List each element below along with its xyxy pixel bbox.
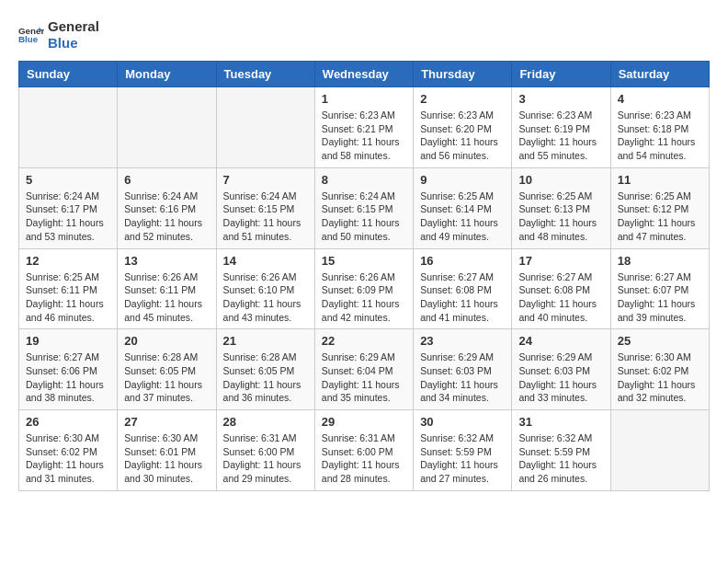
calendar-cell: 17Sunrise: 6:27 AM Sunset: 6:08 PM Dayli… (512, 248, 610, 329)
calendar-cell: 27Sunrise: 6:30 AM Sunset: 6:01 PM Dayli… (118, 410, 216, 491)
calendar-cell: 8Sunrise: 6:24 AM Sunset: 6:15 PM Daylig… (314, 167, 413, 248)
day-number: 1 (322, 92, 406, 106)
day-info: Sunrise: 6:32 AM Sunset: 5:59 PM Dayligh… (518, 431, 603, 486)
day-info: Sunrise: 6:24 AM Sunset: 6:17 PM Dayligh… (26, 190, 110, 244)
calendar-cell: 10Sunrise: 6:25 AM Sunset: 6:13 PM Dayli… (512, 167, 610, 248)
calendar-cell: 2Sunrise: 6:23 AM Sunset: 6:20 PM Daylig… (414, 87, 512, 168)
day-info: Sunrise: 6:31 AM Sunset: 6:00 PM Dayligh… (223, 431, 308, 486)
calendar-cell (118, 87, 216, 168)
day-number: 27 (124, 415, 209, 429)
day-number: 10 (518, 173, 603, 187)
calendar-cell: 23Sunrise: 6:29 AM Sunset: 6:03 PM Dayli… (414, 329, 512, 410)
day-info: Sunrise: 6:25 AM Sunset: 6:12 PM Dayligh… (618, 190, 702, 244)
calendar-cell: 9Sunrise: 6:25 AM Sunset: 6:14 PM Daylig… (414, 167, 512, 248)
day-info: Sunrise: 6:31 AM Sunset: 6:00 PM Dayligh… (322, 431, 406, 486)
day-info: Sunrise: 6:30 AM Sunset: 6:02 PM Dayligh… (618, 350, 702, 405)
day-number: 3 (518, 92, 603, 106)
day-info: Sunrise: 6:24 AM Sunset: 6:15 PM Dayligh… (322, 190, 406, 244)
day-number: 8 (322, 173, 406, 187)
calendar-cell: 14Sunrise: 6:26 AM Sunset: 6:10 PM Dayli… (216, 248, 314, 329)
calendar-week-3: 12Sunrise: 6:25 AM Sunset: 6:11 PM Dayli… (19, 248, 710, 329)
day-info: Sunrise: 6:30 AM Sunset: 6:01 PM Dayligh… (124, 431, 209, 486)
calendar-cell: 20Sunrise: 6:28 AM Sunset: 6:05 PM Dayli… (118, 329, 216, 410)
calendar-cell: 5Sunrise: 6:24 AM Sunset: 6:17 PM Daylig… (19, 167, 118, 248)
day-number: 30 (420, 415, 505, 429)
day-info: Sunrise: 6:23 AM Sunset: 6:19 PM Dayligh… (518, 109, 603, 163)
day-number: 25 (618, 334, 702, 348)
day-info: Sunrise: 6:30 AM Sunset: 6:02 PM Dayligh… (26, 431, 110, 486)
day-number: 12 (26, 254, 110, 268)
day-number: 18 (618, 254, 702, 268)
calendar-cell: 6Sunrise: 6:24 AM Sunset: 6:16 PM Daylig… (118, 167, 216, 248)
day-number: 23 (420, 334, 505, 348)
calendar-cell: 12Sunrise: 6:25 AM Sunset: 6:11 PM Dayli… (19, 248, 118, 329)
day-info: Sunrise: 6:24 AM Sunset: 6:16 PM Dayligh… (124, 190, 209, 244)
day-info: Sunrise: 6:32 AM Sunset: 5:59 PM Dayligh… (420, 431, 505, 486)
day-number: 28 (223, 415, 308, 429)
calendar-week-1: 1Sunrise: 6:23 AM Sunset: 6:21 PM Daylig… (19, 87, 710, 168)
logo-blue: Blue (48, 35, 99, 52)
header-saturday: Saturday (610, 62, 709, 87)
day-number: 21 (223, 334, 308, 348)
calendar-cell: 31Sunrise: 6:32 AM Sunset: 5:59 PM Dayli… (512, 410, 610, 491)
header-tuesday: Tuesday (216, 62, 314, 87)
calendar-week-5: 26Sunrise: 6:30 AM Sunset: 6:02 PM Dayli… (19, 410, 710, 491)
calendar-cell: 19Sunrise: 6:27 AM Sunset: 6:06 PM Dayli… (19, 329, 118, 410)
day-info: Sunrise: 6:25 AM Sunset: 6:13 PM Dayligh… (518, 190, 603, 244)
calendar-cell: 28Sunrise: 6:31 AM Sunset: 6:00 PM Dayli… (216, 410, 314, 491)
calendar-cell: 11Sunrise: 6:25 AM Sunset: 6:12 PM Dayli… (610, 167, 709, 248)
logo: General Blue General Blue (18, 18, 99, 52)
calendar-cell: 18Sunrise: 6:27 AM Sunset: 6:07 PM Dayli… (610, 248, 709, 329)
day-number: 4 (618, 92, 702, 106)
calendar-cell: 3Sunrise: 6:23 AM Sunset: 6:19 PM Daylig… (512, 87, 610, 168)
calendar-cell: 29Sunrise: 6:31 AM Sunset: 6:00 PM Dayli… (314, 410, 413, 491)
day-number: 22 (322, 334, 406, 348)
calendar-cell: 30Sunrise: 6:32 AM Sunset: 5:59 PM Dayli… (414, 410, 512, 491)
logo-general: General (48, 18, 99, 35)
header-monday: Monday (118, 62, 216, 87)
day-number: 7 (223, 173, 308, 187)
day-info: Sunrise: 6:26 AM Sunset: 6:09 PM Dayligh… (322, 270, 406, 325)
day-info: Sunrise: 6:29 AM Sunset: 6:04 PM Dayligh… (322, 350, 406, 405)
logo-icon: General Blue (18, 22, 44, 48)
calendar-header-row: SundayMondayTuesdayWednesdayThursdayFrid… (19, 62, 710, 87)
day-info: Sunrise: 6:23 AM Sunset: 6:18 PM Dayligh… (618, 109, 702, 163)
calendar-cell: 1Sunrise: 6:23 AM Sunset: 6:21 PM Daylig… (314, 87, 413, 168)
day-number: 29 (322, 415, 406, 429)
day-info: Sunrise: 6:28 AM Sunset: 6:05 PM Dayligh… (124, 350, 209, 405)
day-number: 13 (124, 254, 209, 268)
header-wednesday: Wednesday (314, 62, 413, 87)
header-friday: Friday (512, 62, 610, 87)
day-info: Sunrise: 6:29 AM Sunset: 6:03 PM Dayligh… (518, 350, 603, 405)
day-number: 14 (223, 254, 308, 268)
calendar-cell: 22Sunrise: 6:29 AM Sunset: 6:04 PM Dayli… (314, 329, 413, 410)
header-sunday: Sunday (19, 62, 118, 87)
calendar-cell (19, 87, 118, 168)
calendar-cell: 7Sunrise: 6:24 AM Sunset: 6:15 PM Daylig… (216, 167, 314, 248)
calendar-cell: 25Sunrise: 6:30 AM Sunset: 6:02 PM Dayli… (610, 329, 709, 410)
day-info: Sunrise: 6:25 AM Sunset: 6:11 PM Dayligh… (26, 270, 110, 325)
day-info: Sunrise: 6:23 AM Sunset: 6:21 PM Dayligh… (322, 109, 406, 163)
day-info: Sunrise: 6:29 AM Sunset: 6:03 PM Dayligh… (420, 350, 505, 405)
day-info: Sunrise: 6:25 AM Sunset: 6:14 PM Dayligh… (420, 190, 505, 244)
day-number: 6 (124, 173, 209, 187)
calendar-cell (216, 87, 314, 168)
day-number: 24 (518, 334, 603, 348)
calendar-week-4: 19Sunrise: 6:27 AM Sunset: 6:06 PM Dayli… (19, 329, 710, 410)
calendar-cell: 13Sunrise: 6:26 AM Sunset: 6:11 PM Dayli… (118, 248, 216, 329)
day-info: Sunrise: 6:27 AM Sunset: 6:07 PM Dayligh… (618, 270, 702, 325)
day-number: 19 (26, 334, 110, 348)
svg-text:Blue: Blue (18, 34, 39, 44)
day-info: Sunrise: 6:27 AM Sunset: 6:08 PM Dayligh… (518, 270, 603, 325)
calendar-cell: 4Sunrise: 6:23 AM Sunset: 6:18 PM Daylig… (610, 87, 709, 168)
calendar-week-2: 5Sunrise: 6:24 AM Sunset: 6:17 PM Daylig… (19, 167, 710, 248)
day-number: 16 (420, 254, 505, 268)
day-info: Sunrise: 6:26 AM Sunset: 6:11 PM Dayligh… (124, 270, 209, 325)
day-number: 31 (518, 415, 603, 429)
day-number: 9 (420, 173, 505, 187)
day-info: Sunrise: 6:23 AM Sunset: 6:20 PM Dayligh… (420, 109, 505, 163)
day-number: 5 (26, 173, 110, 187)
day-info: Sunrise: 6:26 AM Sunset: 6:10 PM Dayligh… (223, 270, 308, 325)
day-info: Sunrise: 6:24 AM Sunset: 6:15 PM Dayligh… (223, 190, 308, 244)
day-number: 20 (124, 334, 209, 348)
